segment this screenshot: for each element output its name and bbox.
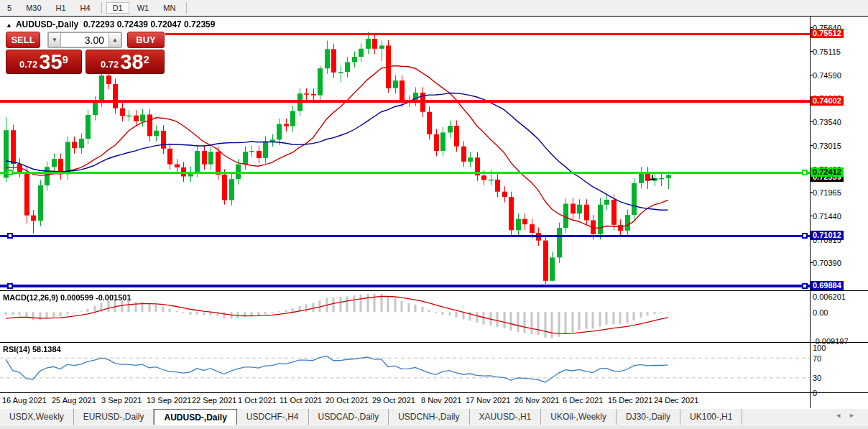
sell-button[interactable]: SELL — [6, 32, 40, 48]
timeframe-button-w1[interactable]: W1 — [131, 2, 156, 14]
price-axis-divider — [810, 17, 811, 408]
axis-tick — [810, 75, 813, 75]
volume-stepper: ▼ 3.00 ▲ — [47, 32, 122, 48]
axis-tick — [810, 51, 813, 52]
chart-tab-usdchf-h4[interactable]: USDCHF-,H4 — [237, 409, 309, 425]
chart-tabs: USDX,WeeklyEURUSD-,DailyAUDUSD-,DailyUSD… — [0, 409, 868, 425]
date-axis-label: 16 Aug 2021 — [2, 396, 47, 405]
sell-price-prefix: 0.72 — [19, 59, 37, 70]
axis-tick — [810, 262, 813, 263]
timeframe-toolbar: 5M30H1H4D1W1MN — [0, 0, 868, 17]
axis-tick — [810, 121, 813, 122]
price-axis-label: 0.75115 — [813, 47, 867, 56]
date-axis-label: 25 Aug 2021 — [52, 396, 96, 405]
date-axis-label: 15 Dec 2021 — [608, 396, 652, 405]
chart-ohlc-values: 0.72293 0.72439 0.72047 0.72359 — [83, 19, 216, 29]
one-click-trading-panel: SELL ▼ 3.00 ▲ BUY 0.72 35 9 0.72 38 2 — [6, 32, 165, 74]
sell-price-pip-digit: 9 — [63, 53, 68, 65]
date-axis-label: 3 Sep 2021 — [101, 396, 142, 405]
date-axis[interactable]: 16 Aug 202125 Aug 20213 Sep 202113 Sep 2… — [0, 393, 810, 408]
toolbar-separator — [186, 2, 187, 14]
tab-bar-bottom-strip — [0, 425, 868, 429]
date-axis-label: 6 Dec 2021 — [563, 396, 603, 405]
sell-price-display[interactable]: 0.72 35 9 — [6, 50, 82, 74]
chart-title: ▲AUDUSD-,Daily 0.72293 0.72439 0.72047 0… — [6, 19, 215, 29]
hline-price-label: 0.75512 — [811, 29, 844, 38]
buy-button[interactable]: BUY — [127, 32, 165, 48]
macd-axis-label: 0.00 — [813, 308, 867, 317]
hline-price-label: 0.74002 — [811, 96, 844, 106]
price-axis-label: 0.70390 — [813, 259, 867, 267]
chart-tab-ukoil-weekly[interactable]: UKOil-,Weekly — [541, 409, 617, 425]
rsi-axis-label: 70 — [813, 354, 867, 363]
date-axis-label: 11 Oct 2021 — [280, 396, 322, 405]
date-axis-label: 20 Oct 2021 — [326, 396, 369, 405]
price-axis-label: 0.73540 — [813, 118, 867, 126]
rsi-axis-label: 100 — [813, 343, 867, 352]
trading-terminal-window: 5M30H1H4D1W1MN ▲AUDUSD-,Daily 0.72293 0.… — [0, 0, 868, 429]
date-axis-label: 1 Oct 2021 — [238, 396, 277, 405]
sell-price-big-digits: 35 — [39, 52, 62, 73]
rsi-label: RSI(14) 58.1384 — [3, 345, 61, 354]
chart-tab-bar: USDX,WeeklyEURUSD-,DailyAUDUSD-,DailyUSD… — [0, 409, 868, 429]
timeframe-button-mn[interactable]: MN — [157, 2, 182, 14]
axis-tick — [810, 216, 813, 216]
axis-tick — [810, 27, 813, 28]
panel-separator[interactable] — [0, 342, 868, 343]
timeframe-button-h4[interactable]: H4 — [74, 2, 97, 14]
chart-workspace: ▲AUDUSD-,Daily 0.72293 0.72439 0.72047 0… — [0, 16, 868, 410]
price-axis-label: 0.71440 — [813, 212, 867, 221]
axis-tick — [810, 145, 813, 146]
date-axis-label: 26 Nov 2021 — [514, 396, 559, 405]
buy-price-display[interactable]: 0.72 38 2 — [86, 50, 165, 74]
axis-tick — [810, 192, 813, 193]
chart-tab-usdcad-daily[interactable]: USDCAD-,Daily — [309, 409, 389, 425]
buy-price-big-digits: 38 — [120, 52, 143, 73]
date-axis-label: 22 Sep 2021 — [192, 396, 236, 405]
price-axis-label: 0.71965 — [813, 188, 867, 197]
price-axis-label: 0.74590 — [813, 71, 867, 80]
chart-tab-audusd-daily[interactable]: AUDUSD-,Daily — [154, 409, 236, 425]
date-axis-label: 29 Oct 2021 — [372, 396, 415, 405]
chart-tab-xauusd-h1[interactable]: XAUUSD-,H1 — [470, 409, 542, 425]
toolbar-separator — [101, 2, 102, 14]
macd-axis-label: 0.006201 — [813, 292, 867, 301]
chart-tab-usdcnh-daily[interactable]: USDCNH-,Daily — [389, 409, 469, 425]
volume-increase-button[interactable]: ▲ — [108, 32, 121, 47]
price-axis-label: 0.73015 — [813, 142, 867, 150]
timeframe-button-5[interactable]: 5 — [1, 2, 18, 14]
buy-price-pip-digit: 2 — [144, 53, 149, 65]
tab-scroll-left-icon[interactable]: ◄ — [835, 412, 849, 419]
panel-separator[interactable] — [0, 290, 868, 291]
chart-tab-dj30-daily[interactable]: DJ30-,Daily — [617, 409, 680, 425]
volume-decrease-button[interactable]: ▼ — [48, 32, 61, 47]
macd-label: MACD(12,26,9) 0.000599 -0.001501 — [3, 293, 131, 302]
chart-symbol-label: AUDUSD-,Daily — [16, 19, 78, 29]
volume-input[interactable]: 3.00 — [61, 32, 108, 47]
chart-tab-usdx-weekly[interactable]: USDX,Weekly — [0, 409, 74, 425]
tab-scroll-right-icon[interactable]: ► — [849, 412, 862, 419]
hline-price-label: 0.71012 — [811, 231, 844, 240]
date-axis-label: 17 Nov 2021 — [466, 396, 510, 405]
date-axis-label: 8 Nov 2021 — [421, 396, 461, 405]
hline-price-label: 0.72412 — [811, 167, 844, 177]
date-axis-label: 24 Dec 2021 — [654, 396, 698, 405]
hline-price-label: 0.69884 — [811, 281, 844, 290]
chart-tab-eurusd-daily[interactable]: EURUSD-,Daily — [74, 409, 154, 425]
buy-price-prefix: 0.72 — [101, 59, 119, 70]
timeframe-button-m30[interactable]: M30 — [19, 2, 47, 14]
rsi-axis-label: 0 — [813, 389, 867, 397]
timeframe-button-d1[interactable]: D1 — [106, 2, 129, 14]
rsi-indicator-canvas[interactable] — [0, 343, 810, 392]
collapse-triangle-icon[interactable]: ▲ — [6, 22, 12, 29]
timeframe-button-h1[interactable]: H1 — [50, 2, 73, 14]
chart-tab-uk100-h1[interactable]: UK100-,H1 — [680, 409, 742, 425]
rsi-axis-label: 30 — [813, 374, 867, 382]
date-axis-label: 13 Sep 2021 — [147, 396, 191, 405]
